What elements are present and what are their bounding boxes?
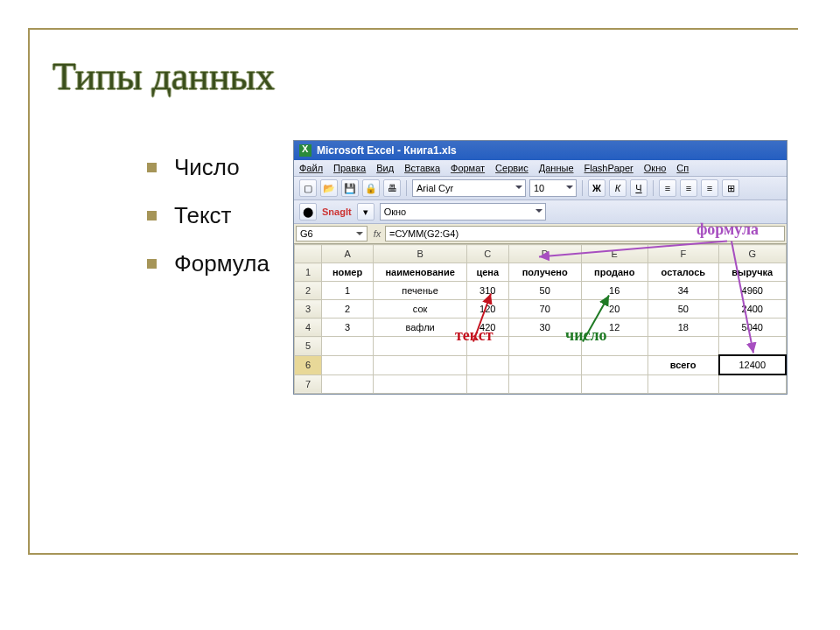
cell[interactable]: 70	[508, 300, 581, 318]
col-header[interactable]: B	[374, 245, 467, 263]
cell[interactable]: 2400	[719, 300, 786, 318]
open-icon[interactable]: 📂	[320, 179, 338, 197]
menu-flashpaper[interactable]: FlashPaper	[584, 163, 634, 173]
separator	[406, 180, 407, 196]
cell[interactable]	[322, 337, 374, 356]
cell[interactable]: 18	[648, 318, 718, 337]
row-header[interactable]: 1	[295, 263, 322, 282]
cell[interactable]: печенье	[374, 282, 467, 300]
col-header[interactable]: A	[322, 245, 374, 263]
cell[interactable]: 4960	[719, 282, 786, 300]
cell[interactable]	[322, 355, 374, 374]
cell[interactable]	[719, 374, 786, 394]
cell[interactable]	[719, 337, 786, 356]
cell[interactable]: номер	[322, 263, 374, 282]
menu-insert[interactable]: Вставка	[404, 163, 440, 173]
align-right-icon[interactable]: ≡	[701, 179, 718, 197]
menu-data[interactable]: Данные	[539, 163, 574, 173]
cell[interactable]	[508, 374, 581, 394]
align-left-icon[interactable]: ≡	[659, 179, 676, 197]
col-header[interactable]: E	[581, 245, 648, 263]
cell[interactable]: вафли	[374, 318, 467, 337]
row-header[interactable]: 7	[295, 374, 322, 394]
font-name-combo[interactable]: Arial Cyr	[412, 179, 526, 197]
table-row: 2 1 печенье 310 50 16 34 4960	[295, 282, 787, 300]
menu-file[interactable]: Файл	[299, 163, 323, 173]
cell[interactable]	[467, 374, 508, 394]
cell[interactable]	[581, 355, 648, 374]
fx-icon[interactable]: fx	[369, 224, 385, 243]
cell[interactable]	[648, 374, 718, 394]
snagit-icon[interactable]: ⬤	[299, 203, 317, 220]
name-box[interactable]: G6	[296, 226, 368, 242]
cell[interactable]: 50	[508, 282, 581, 300]
spreadsheet-grid[interactable]: A B C D E F G 1 номер наименование цена …	[294, 244, 787, 394]
row-header[interactable]: 2	[295, 282, 322, 300]
menu-window[interactable]: Окно	[644, 163, 667, 173]
cell[interactable]: 3	[322, 318, 374, 337]
col-header[interactable]: G	[719, 245, 786, 263]
menu-format[interactable]: Формат	[451, 163, 485, 173]
row-header[interactable]: 6	[295, 355, 322, 374]
table-row: 6 всего 12400	[295, 355, 787, 374]
align-center-icon[interactable]: ≡	[680, 179, 697, 197]
select-all-corner[interactable]	[295, 245, 322, 263]
cell[interactable]: 1	[322, 282, 374, 300]
top-rule	[28, 28, 798, 30]
cell-total-value[interactable]: 12400	[719, 355, 786, 374]
cell[interactable]	[374, 337, 467, 356]
col-header[interactable]: C	[467, 245, 508, 263]
cell[interactable]: получено	[508, 263, 581, 282]
menu-help[interactable]: Сп	[676, 163, 689, 173]
menu-view[interactable]: Вид	[376, 163, 394, 173]
row-header[interactable]: 5	[295, 337, 322, 356]
cell[interactable]	[374, 374, 467, 394]
print-icon[interactable]: 🖶	[383, 179, 401, 197]
bullet-text: Формула	[174, 250, 270, 277]
bullet-icon	[147, 163, 157, 172]
cell[interactable]: 50	[648, 300, 718, 318]
cell[interactable]: 16	[581, 282, 648, 300]
cell[interactable]: цена	[467, 263, 508, 282]
cell[interactable]: осталось	[648, 263, 718, 282]
cell[interactable]	[322, 374, 374, 394]
row-header[interactable]: 4	[295, 318, 322, 337]
cell[interactable]: 310	[467, 282, 508, 300]
cell[interactable]	[467, 355, 508, 374]
menu-tools[interactable]: Сервис	[495, 163, 528, 173]
cell[interactable]	[648, 337, 718, 356]
italic-button[interactable]: К	[609, 179, 626, 197]
font-size-combo[interactable]: 10	[529, 179, 577, 197]
cell[interactable]: 120	[467, 300, 508, 318]
permission-icon[interactable]: 🔒	[362, 179, 380, 197]
cell[interactable]	[508, 355, 581, 374]
col-header[interactable]: D	[508, 245, 581, 263]
cell[interactable]: выручка	[719, 263, 786, 282]
toolbar-standard: ▢ 📂 💾 🔒 🖶 Arial Cyr 10 Ж К Ч ≡ ≡ ≡ ⊞	[294, 177, 787, 200]
row-header[interactable]: 3	[295, 300, 322, 318]
col-header[interactable]: F	[648, 245, 718, 263]
menu-bar[interactable]: Файл Правка Вид Вставка Формат Сервис Да…	[294, 160, 787, 177]
menu-edit[interactable]: Правка	[333, 163, 366, 173]
new-icon[interactable]: ▢	[299, 179, 317, 197]
cell[interactable]: 20	[581, 300, 648, 318]
cell[interactable]	[581, 374, 648, 394]
cell[interactable]: наименование	[374, 263, 467, 282]
cell[interactable]: 34	[648, 282, 718, 300]
cell[interactable]: 5040	[719, 318, 786, 337]
underline-button[interactable]: Ч	[630, 179, 648, 197]
annotation-text: текст	[455, 326, 494, 345]
snagit-dropdown-icon[interactable]: ▾	[357, 203, 374, 220]
save-icon[interactable]: 💾	[341, 179, 359, 197]
table-row: 4 3 вафли 420 30 12 18 5040	[295, 318, 787, 337]
snagit-target-combo[interactable]: Окно	[380, 203, 546, 220]
cell[interactable]: продано	[581, 263, 648, 282]
cell-reference: G6	[300, 228, 313, 239]
merge-icon[interactable]: ⊞	[722, 179, 739, 197]
cell[interactable]	[374, 355, 467, 374]
list-item: Формула	[147, 250, 270, 277]
cell[interactable]: 2	[322, 300, 374, 318]
bold-button[interactable]: Ж	[588, 179, 606, 197]
cell[interactable]: сок	[374, 300, 467, 318]
cell-total-label[interactable]: всего	[648, 355, 718, 374]
